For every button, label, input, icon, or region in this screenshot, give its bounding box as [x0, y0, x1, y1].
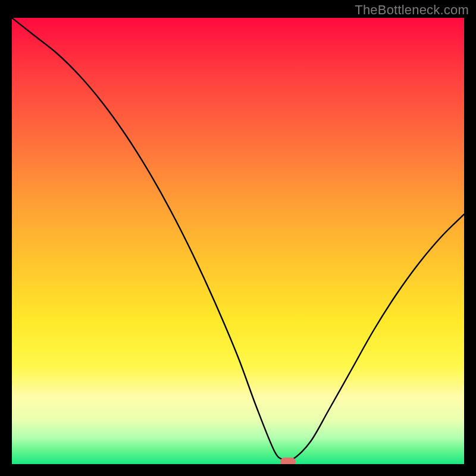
chart-container: TheBottleneck.com — [0, 0, 476, 476]
attribution-text: TheBottleneck.com — [355, 2, 469, 18]
optimal-marker — [280, 458, 296, 465]
bottleneck-curve — [12, 18, 464, 464]
plot-area — [12, 18, 464, 464]
